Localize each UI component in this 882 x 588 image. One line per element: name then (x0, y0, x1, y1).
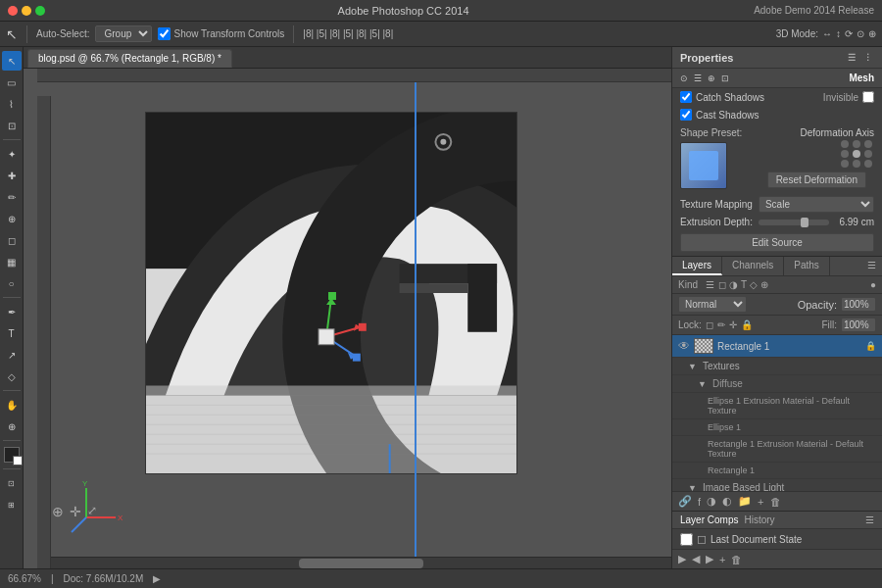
expand-ibl[interactable]: ▼ (688, 483, 697, 492)
scene-canvas[interactable] (145, 112, 517, 474)
prev-comp-btn[interactable]: ◀ (692, 553, 700, 565)
shape-preset-preview[interactable] (680, 142, 727, 189)
layer-ellipse1[interactable]: Ellipse 1 (672, 419, 882, 436)
filter-icon[interactable]: ☰ (706, 279, 714, 290)
foreground-color[interactable] (4, 447, 20, 463)
layer-ibl[interactable]: ▼ Image Based Light (672, 479, 882, 491)
canvas-nav-zoom[interactable]: ⤢ (87, 504, 97, 519)
expand-textures[interactable]: ▼ (688, 362, 697, 371)
filter-pixel[interactable]: ◻ (718, 279, 726, 290)
lock-image-icon[interactable]: ✏ (717, 319, 725, 330)
add-comp-btn[interactable]: + (719, 554, 725, 565)
properties-icon-2[interactable]: ⋮ (861, 52, 874, 64)
layer-comps-tab[interactable]: Layer Comps (680, 514, 738, 525)
mesh-icon-1[interactable]: ⊙ (680, 74, 688, 83)
cast-shadows-checkbox[interactable] (680, 109, 692, 121)
canvas-scrollbar-h[interactable] (51, 557, 671, 568)
auto-select-dropdown[interactable]: Group Layer (95, 25, 152, 42)
layer-textures[interactable]: ▼ Textures (672, 358, 882, 375)
add-adjustment-btn[interactable]: ◐ (722, 495, 732, 508)
tool-lasso[interactable]: ⌇ (2, 94, 22, 114)
add-layer-btn[interactable]: + (758, 496, 763, 508)
background-color[interactable] (13, 456, 23, 466)
tool-shape[interactable]: ◇ (2, 367, 22, 386)
def-dot-bc[interactable] (853, 160, 860, 168)
layer-rect1-extrusion[interactable]: Rectangle 1 Extrusion Material - Default… (672, 436, 882, 463)
3d-mode-icon-5[interactable]: ⊕ (868, 28, 876, 39)
tool-move[interactable]: ↖ (2, 51, 22, 71)
tool-pen[interactable]: ✒ (2, 302, 22, 321)
document-tab[interactable]: blog.psd @ 66.7% (Rectangle 1, RGB/8) * (27, 49, 232, 68)
show-transform-label[interactable]: Show Transform Controls (158, 27, 284, 40)
tool-select-rect[interactable]: ▭ (2, 73, 22, 92)
apply-comp-btn[interactable]: ▶ (678, 553, 686, 565)
layers-tab-paths[interactable]: Paths (784, 257, 830, 275)
tool-eyedropper[interactable]: ✦ (2, 144, 22, 164)
canvas-nav-rotate[interactable]: ⊕ (52, 504, 64, 519)
def-dot-mc[interactable] (853, 150, 860, 158)
tool-eraser[interactable]: ◻ (2, 230, 22, 250)
next-comp-btn[interactable]: ▶ (706, 553, 713, 565)
tool-hand[interactable]: ✋ (2, 395, 22, 415)
layers-tab-channels[interactable]: Channels (722, 257, 784, 275)
layer-rect1-sub[interactable]: Rectangle 1 (672, 463, 882, 479)
lock-transparent-icon[interactable]: ◻ (706, 319, 713, 330)
filter-type[interactable]: T (741, 279, 747, 290)
layer-diffuse[interactable]: ▼ Diffuse (672, 375, 882, 393)
lock-position-icon[interactable]: ✛ (729, 319, 737, 330)
canvas-viewport[interactable]: X Y ⊕ ✛ ⤢ (37, 82, 671, 568)
filter-smart[interactable]: ⊕ (760, 279, 768, 290)
mesh-icon-2[interactable]: ☰ (694, 74, 702, 83)
status-arrow[interactable]: ▶ (153, 573, 161, 584)
expand-diffuse[interactable]: ▼ (698, 379, 707, 389)
delete-comp-btn[interactable]: 🗑 (731, 554, 742, 565)
3d-mode-icon-1[interactable]: ↔ (822, 28, 832, 39)
tool-nav-2[interactable]: ⊞ (2, 495, 22, 514)
layers-tab-layers[interactable]: Layers (672, 257, 722, 275)
tool-crop[interactable]: ⊡ (2, 116, 22, 135)
add-mask-btn[interactable]: ◑ (707, 495, 716, 508)
tool-gradient[interactable]: ▦ (2, 252, 22, 271)
tool-brush[interactable]: ✏ (2, 187, 22, 207)
opacity-input[interactable] (841, 297, 876, 312)
show-transform-checkbox[interactable] (158, 27, 171, 40)
tool-dodge[interactable]: ○ (2, 273, 22, 293)
def-dot-bl[interactable] (841, 160, 849, 168)
layer-rectangle1[interactable]: 👁 Rectangle 1 🔒 (672, 335, 882, 358)
def-dot-tc[interactable] (853, 140, 860, 148)
tool-text[interactable]: T (2, 323, 22, 343)
tool-zoom[interactable]: ⊕ (2, 416, 22, 436)
app-window-controls[interactable] (8, 6, 45, 16)
3d-mode-icon-3[interactable]: ⟳ (845, 28, 853, 39)
layer-vis-rectangle1[interactable]: 👁 (678, 339, 690, 353)
3d-mode-icon-4[interactable]: ⊙ (857, 28, 864, 39)
tool-nav-1[interactable]: ⊡ (2, 473, 22, 493)
filter-adjustment[interactable]: ◑ (729, 279, 738, 290)
add-group-btn[interactable]: 📁 (738, 495, 752, 508)
tool-clone[interactable]: ⊕ (2, 209, 22, 228)
mesh-icon-3[interactable]: ⊕ (708, 74, 715, 83)
layer-comps-menu[interactable]: ☰ (865, 514, 874, 525)
3d-mode-icon-2[interactable]: ↕ (836, 28, 841, 39)
blend-mode-select[interactable]: Normal Multiply Screen (678, 296, 747, 313)
fill-input[interactable] (841, 318, 876, 332)
mesh-icon-4[interactable]: ⊡ (721, 74, 729, 83)
filter-toggle[interactable]: ● (870, 279, 876, 290)
def-dot-ml[interactable] (841, 150, 849, 158)
def-dot-tr[interactable] (864, 140, 872, 148)
layers-panel-menu[interactable]: ☰ (861, 257, 882, 275)
extrusion-slider[interactable] (759, 220, 829, 225)
tool-heal[interactable]: ✚ (2, 166, 22, 185)
reset-deformation-btn[interactable]: Reset Deformation (767, 172, 866, 188)
layer-comp-item[interactable]: ◻ Last Document State (672, 529, 882, 549)
invisible-checkbox[interactable] (862, 91, 874, 103)
def-dot-br[interactable] (864, 160, 872, 168)
add-style-btn[interactable]: f (698, 496, 701, 508)
history-tab[interactable]: History (744, 514, 774, 525)
comp-checkbox[interactable] (680, 533, 693, 546)
def-dot-tl[interactable] (841, 140, 849, 148)
canvas-nav-pan[interactable]: ✛ (70, 504, 81, 519)
properties-icon-1[interactable]: ☰ (846, 52, 858, 64)
def-dot-mr[interactable] (864, 150, 872, 158)
link-layers-btn[interactable]: 🔗 (678, 495, 692, 508)
